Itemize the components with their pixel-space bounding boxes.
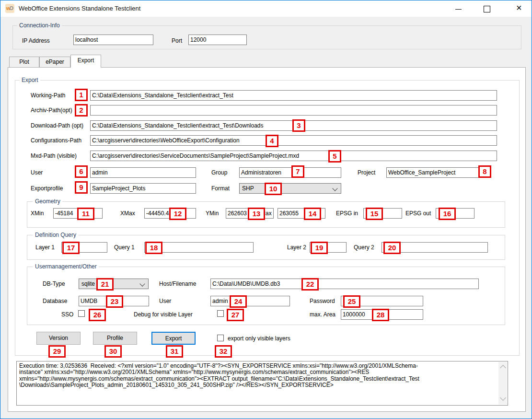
query2-input[interactable]	[382, 242, 488, 253]
output-log: Execution time: 3,0253636 Received: <?xm…	[19, 363, 497, 389]
exportprofile-input[interactable]	[90, 183, 196, 194]
epsg-out-input[interactable]	[436, 208, 474, 219]
output-line: instance" xmlns:xsd="http://www.w3.org/2…	[19, 369, 497, 375]
chevron-down-icon	[332, 186, 337, 191]
output-line: xmlns="http://www.mysynergis.com/schemas…	[19, 376, 497, 382]
usermanagement-caption: Usermanagement/Other	[33, 263, 99, 270]
max-area-label: max. Area	[310, 311, 335, 318]
group-input[interactable]	[239, 167, 341, 178]
profile-button[interactable]: Profile	[93, 332, 137, 345]
db-user-input[interactable]	[210, 296, 290, 306]
chevron-down-icon	[139, 281, 145, 286]
query2-label: Query 2	[354, 244, 374, 251]
output-box[interactable]: Execution time: 3,0253636 Received: <?xm…	[16, 361, 508, 406]
exportprofile-label: Exportprofile	[31, 185, 63, 192]
password-input[interactable]	[341, 296, 423, 306]
db-user-label: User	[159, 298, 171, 304]
download-path-input[interactable]	[90, 120, 497, 131]
ymin-label: YMin	[206, 210, 219, 217]
project-label: Project	[358, 169, 375, 176]
project-input[interactable]	[386, 167, 485, 178]
debug-visible-layer-checkbox[interactable]	[217, 310, 224, 317]
format-combobox[interactable]: SHP	[239, 183, 341, 194]
layer1-label: Layer 1	[35, 244, 55, 251]
xmin-input[interactable]	[53, 208, 103, 219]
epsg-in-input[interactable]	[363, 208, 402, 219]
format-value: SHP	[242, 185, 254, 192]
group-label: Group	[211, 169, 227, 176]
query1-label: Query 1	[114, 244, 135, 251]
layer2-input[interactable]	[310, 242, 347, 253]
epsg-out-label: EPSG out	[405, 210, 431, 217]
sso-label: SSO	[61, 311, 73, 318]
query1-input[interactable]	[144, 242, 254, 253]
layer1-input[interactable]	[61, 242, 107, 253]
scroll-up-icon[interactable]	[500, 365, 506, 371]
format-label: Format	[211, 185, 230, 192]
xmax-input[interactable]	[144, 208, 196, 219]
export-visible-layers-label: export only visible layers	[228, 335, 290, 342]
db-type-label: DB-Type	[43, 280, 65, 287]
mxd-path-input[interactable]	[90, 151, 497, 161]
geometry-caption: Geometry	[33, 198, 62, 205]
xmax-label: XMax	[120, 210, 135, 217]
version-button[interactable]: Version	[36, 332, 81, 345]
working-path-input[interactable]	[90, 90, 497, 101]
export-visible-layers-checkbox[interactable]	[217, 335, 224, 341]
export-button[interactable]: Export	[151, 332, 196, 345]
output-line: \Downloads\SampleProject_Plots_admin_201…	[19, 382, 497, 388]
database-input[interactable]	[79, 296, 149, 306]
host-filename-label: Host/Filename	[159, 280, 196, 287]
output-scrollbar[interactable]	[498, 362, 507, 405]
host-filename-input[interactable]	[210, 279, 479, 289]
user-label: User	[31, 169, 43, 176]
archiv-path-label: Archiv-Path(opt)	[31, 107, 72, 114]
download-path-label: Download-Path (opt)	[31, 122, 83, 129]
sso-checkbox[interactable]	[78, 310, 85, 317]
working-path-label: Working-Path	[31, 92, 65, 99]
app-window: wO WebOffice Extensions Standalone Testc…	[0, 0, 532, 419]
output-line: Execution time: 3,0253636 Received: <?xm…	[19, 363, 497, 369]
archiv-path-input[interactable]	[90, 105, 497, 116]
max-area-input[interactable]	[341, 309, 423, 320]
configurations-path-input[interactable]	[90, 135, 497, 146]
db-type-value: sqlite	[81, 280, 95, 287]
mxd-path-label: Mxd-Path (visible)	[31, 152, 77, 159]
database-label: Database	[43, 298, 67, 304]
definition-query-caption: Definition Query	[33, 232, 78, 238]
ymax-input[interactable]	[278, 208, 325, 219]
scroll-down-icon[interactable]	[500, 395, 506, 401]
configurations-path-label: Configurations-Path	[31, 137, 81, 144]
db-type-combobox[interactable]: sqlite	[79, 279, 149, 289]
debug-visible-layer-label: Debug for visible Layer	[134, 311, 193, 318]
password-label: Password	[310, 298, 335, 304]
layer2-label: Layer 2	[287, 244, 306, 251]
ymax-label: YMax	[257, 210, 272, 217]
epsg-in-label: EPSG in	[336, 210, 358, 217]
xmin-label: XMin	[31, 210, 44, 217]
user-input[interactable]	[90, 167, 196, 178]
